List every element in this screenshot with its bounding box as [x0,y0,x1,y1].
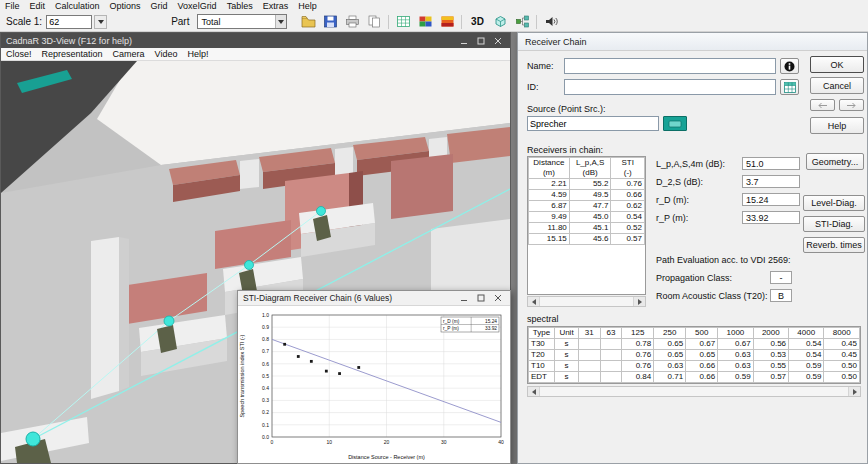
minimize-button[interactable] [456,35,471,47]
id-label: ID: [527,82,539,92]
scroll-left-button[interactable] [528,387,539,396]
table-cell [579,339,601,350]
scale-input[interactable] [46,15,92,29]
table-cell: 0.65 [686,350,718,361]
sti-chart: 0.00.10.20.30.40.50.60.70.80.91.00102030… [238,306,510,462]
rp-label: r_P (m): [656,213,688,223]
svg-text:30: 30 [441,439,447,445]
receivers-label: Receivers in chain: [527,145,603,155]
prev-receiver-button[interactable] [810,99,835,111]
object-tree-button[interactable] [512,13,532,30]
spectral-table-box[interactable]: TypeUnit31631252505001000200040008000T30… [527,326,861,384]
menu-edit[interactable]: Edit [25,1,51,11]
menu-bar: File Edit Calculation Options Grid Voxel… [0,0,868,12]
column-header: Distance(m) [529,158,570,179]
source-icon [668,120,682,128]
heatmap-button[interactable] [437,13,457,30]
info-button[interactable] [780,58,799,74]
save-button[interactable] [320,13,340,30]
menu-tables[interactable]: Tables [222,1,258,11]
table-row[interactable]: 2.2155.20.76 [529,179,645,190]
grid-result-button[interactable] [415,13,435,30]
spectral-hscrollbar[interactable] [527,386,861,397]
view-3d-button[interactable]: 3D [466,13,488,30]
part-label: Part [171,16,189,27]
rd-value: 15.24 [742,193,800,206]
column-header: 1000 [718,328,753,339]
close-icon [494,294,502,302]
table-row[interactable]: 6.8747.70.62 [529,201,645,212]
table-row[interactable]: 9.4945.00.54 [529,212,645,223]
geometry-button[interactable]: Geometry... [806,153,864,170]
combo-arrow[interactable] [275,15,286,28]
ok-button[interactable]: OK [810,56,864,73]
part-select[interactable]: Total [197,14,287,29]
scroll-right-button[interactable] [849,387,860,396]
open-button[interactable] [298,13,318,30]
scroll-track[interactable] [539,387,849,396]
table-row[interactable]: 11.8045.10.52 [529,223,645,234]
3d-menu-help[interactable]: Help! [182,49,213,59]
maximize-icon [477,37,485,45]
voxel-button[interactable] [490,13,510,30]
table-button[interactable] [393,13,413,30]
minimize-button[interactable] [456,292,471,304]
edit-source-button[interactable] [663,116,687,131]
print-icon [345,15,360,28]
column-header: 125 [622,328,654,339]
print-button[interactable] [342,13,362,30]
3d-menu-close[interactable]: Close! [1,49,37,59]
3d-menu-video[interactable]: Video [150,49,183,59]
menu-extras[interactable]: Extras [258,1,294,11]
table-cell: 2.21 [529,179,570,190]
table-cell: 45.6 [569,234,611,245]
table-row[interactable]: 4.5949.50.66 [529,190,645,201]
scale-label: Scale 1: [6,16,42,27]
menu-voxelgrid[interactable]: VoxelGrid [173,1,222,11]
menu-help[interactable]: Help [293,1,322,11]
column-header: STI(-) [611,158,645,179]
menu-file[interactable]: File [0,1,25,11]
help-button[interactable]: Help [810,117,864,134]
speaker-button[interactable] [541,13,561,30]
receivers-table-box[interactable]: Distance(m)L_p,A,S(dB)STI(-)2.2155.20.76… [527,156,646,295]
3d-menu-camera[interactable]: Camera [108,49,150,59]
next-receiver-button[interactable] [839,99,864,111]
source-input[interactable] [527,116,659,131]
menu-grid[interactable]: Grid [146,1,173,11]
3d-menu-representation[interactable]: Representation [37,49,108,59]
table-cell: 0.54 [611,212,645,223]
menu-options[interactable]: Options [105,1,146,11]
menu-calculation[interactable]: Calculation [50,1,105,11]
scroll-track[interactable] [539,297,634,306]
speaker-icon [544,15,559,28]
name-input[interactable] [564,58,776,74]
maximize-button[interactable] [473,35,488,47]
level-diag-button[interactable]: Level-Diag. [803,195,865,211]
scale-dropdown-button[interactable] [94,15,107,29]
table-cell: 47.7 [569,201,611,212]
table-cell [600,361,622,372]
receivers-hscrollbar[interactable] [527,296,646,307]
column-header: 500 [686,328,718,339]
close-icon [494,37,502,45]
close-button[interactable] [490,35,505,47]
dialog-titlebar[interactable]: Receiver Chain [518,33,867,51]
maximize-button[interactable] [473,292,488,304]
id-table-button[interactable] [780,79,799,95]
sti-diag-button[interactable]: STI-Diag. [803,216,865,232]
scroll-left-button[interactable] [528,297,539,306]
svg-text:0.1: 0.1 [262,422,269,428]
reverb-times-button[interactable]: Reverb. times [803,237,865,253]
id-input[interactable] [564,79,776,95]
close-button[interactable] [490,292,505,304]
table-cell: 0.65 [654,339,686,350]
scroll-right-button[interactable] [634,297,645,306]
spectral-label: spectral [527,314,559,324]
receiver-head-marker [164,316,174,326]
table-row[interactable]: 15.1545.60.57 [529,234,645,245]
cancel-button[interactable]: Cancel [810,77,864,94]
3d-window-titlebar[interactable]: CadnaR 3D-View (F12 for help) [1,33,510,48]
copy-button[interactable] [364,13,384,30]
sti-window-titlebar[interactable]: STI-Diagram Receiver Chain (6 Values) [238,291,510,306]
